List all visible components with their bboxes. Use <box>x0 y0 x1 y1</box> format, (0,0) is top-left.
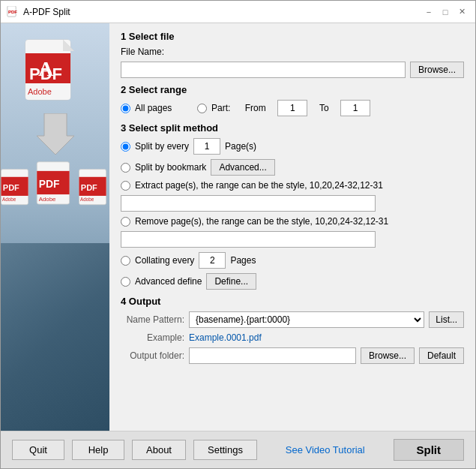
part-radio[interactable] <box>197 104 207 113</box>
remove-radio[interactable] <box>121 217 130 227</box>
title-bar-left: PDF A-PDF Split <box>7 6 70 18</box>
list-button[interactable]: List... <box>429 311 464 328</box>
svg-text:PDF: PDF <box>8 10 17 14</box>
remove-input[interactable] <box>121 231 376 248</box>
svg-text:A: A <box>38 57 54 80</box>
bottom-bar: Quit Help About Settings See Video Tutor… <box>1 431 475 468</box>
split-button[interactable]: Split <box>394 439 465 461</box>
file-name-label: File Name: <box>121 47 164 57</box>
example-value: Example.0001.pdf <box>189 332 262 343</box>
pdf-icon-bottom-right: PDF Adobe <box>77 168 109 209</box>
to-input[interactable] <box>340 100 370 116</box>
output-folder-input[interactable] <box>189 347 356 364</box>
remove-label[interactable]: Remove page(s), the range can be the sty… <box>135 216 388 227</box>
minimize-button[interactable]: − <box>421 5 436 20</box>
collating-pages-label: Pages <box>230 255 256 266</box>
output-folder-row: Output folder: Browse... Default <box>121 347 464 364</box>
split-every-label[interactable]: Split by every <box>135 141 189 152</box>
collating-row: Collating every Pages <box>121 252 464 269</box>
see-video-link[interactable]: See Video Tutorial <box>265 444 386 455</box>
pdf-icons-bottom: PDF Adobe PDF Adobe PDF Adobe <box>1 168 109 209</box>
extract-row: Extract page(s), the range can be the st… <box>121 180 464 191</box>
all-pages-radio[interactable] <box>121 104 130 113</box>
settings-button[interactable]: Settings <box>193 440 257 460</box>
svg-text:Adobe: Adobe <box>28 87 52 96</box>
svg-text:Adobe: Adobe <box>80 197 94 202</box>
window-controls: − □ ✕ <box>421 5 469 20</box>
extract-input[interactable] <box>121 195 376 212</box>
from-label: From <box>245 103 266 113</box>
section-3-title: 3 Select split method <box>121 122 464 134</box>
from-input[interactable] <box>277 100 307 116</box>
split-bookmark-row: Split by bookmark Advanced... <box>121 159 464 176</box>
svg-text:PDF: PDF <box>3 183 19 192</box>
example-row: Example: Example.0001.pdf <box>121 332 464 343</box>
svg-text:PDF: PDF <box>39 178 60 190</box>
help-button[interactable]: Help <box>72 440 124 460</box>
svg-text:Adobe: Adobe <box>2 197 16 202</box>
file-name-row: File Name: <box>121 47 464 57</box>
extract-radio[interactable] <box>121 181 130 191</box>
app-icon: PDF <box>7 6 19 18</box>
main-window: PDF A-PDF Split − □ ✕ PDF <box>0 0 476 469</box>
file-name-input-row: Browse... <box>121 62 464 78</box>
pdf-icon-bottom-center: PDF Adobe <box>34 161 76 209</box>
extract-label[interactable]: Extract page(s), the range can be the st… <box>135 180 383 191</box>
to-label: To <box>319 103 329 113</box>
advanced-define-label[interactable]: Advanced define <box>135 276 202 287</box>
range-row: All pages Part: From To <box>121 100 464 116</box>
remove-row: Remove page(s), the range can be the sty… <box>121 216 464 227</box>
advanced-define-radio[interactable] <box>121 277 130 287</box>
extract-input-row <box>121 195 464 212</box>
title-bar: PDF A-PDF Split − □ ✕ <box>1 1 475 23</box>
file-name-input[interactable] <box>121 62 406 78</box>
sidebar-bg <box>1 243 109 431</box>
output-browse-button[interactable]: Browse... <box>361 347 415 364</box>
pdf-icon-bottom-left: PDF Adobe <box>1 168 33 209</box>
quit-button[interactable]: Quit <box>12 440 64 460</box>
pdf-icon-top: PDF Adobe A <box>22 38 89 106</box>
collating-label[interactable]: Collating every <box>135 255 194 266</box>
form-area: 1 Select file File Name: Browse... 2 Sel… <box>109 23 475 431</box>
name-pattern-row: Name Pattern: {basename}.{part:0000} Lis… <box>121 311 464 328</box>
part-label[interactable]: Part: <box>211 103 230 113</box>
split-every-radio[interactable] <box>121 142 130 152</box>
pages-label: Page(s) <box>225 141 256 152</box>
split-every-input[interactable] <box>193 138 220 155</box>
define-button[interactable]: Define... <box>206 273 256 290</box>
advanced-button[interactable]: Advanced... <box>211 159 274 176</box>
remove-input-row <box>121 231 464 248</box>
section-2-title: 2 Select range <box>121 84 464 95</box>
close-button[interactable]: ✕ <box>454 5 469 20</box>
name-pattern-label: Name Pattern: <box>121 314 184 325</box>
output-folder-label: Output folder: <box>121 350 184 361</box>
split-bookmark-radio[interactable] <box>121 163 130 173</box>
section-4-title: 4 Output <box>121 296 464 307</box>
main-content: PDF Adobe A PDF <box>1 23 475 431</box>
maximize-button[interactable]: □ <box>438 5 453 20</box>
svg-text:Adobe: Adobe <box>39 196 56 203</box>
advanced-define-row: Advanced define Define... <box>121 273 464 290</box>
sidebar: PDF Adobe A PDF <box>1 23 109 431</box>
svg-marker-11 <box>37 113 74 155</box>
name-pattern-select[interactable]: {basename}.{part:0000} <box>189 311 424 328</box>
svg-text:PDF: PDF <box>81 183 97 192</box>
window-title: A-PDF Split <box>23 7 70 17</box>
example-label: Example: <box>121 332 184 343</box>
arrow-down-icon <box>37 113 74 161</box>
file-browse-button[interactable]: Browse... <box>410 62 464 78</box>
split-every-row: Split by every Page(s) <box>121 138 464 155</box>
about-button[interactable]: About <box>132 440 186 460</box>
default-button[interactable]: Default <box>419 347 464 364</box>
collating-input[interactable] <box>199 252 226 269</box>
collating-radio[interactable] <box>121 256 130 266</box>
split-bookmark-label[interactable]: Split by bookmark <box>135 162 206 173</box>
section-1-title: 1 Select file <box>121 31 464 42</box>
all-pages-label[interactable]: All pages <box>135 103 172 113</box>
